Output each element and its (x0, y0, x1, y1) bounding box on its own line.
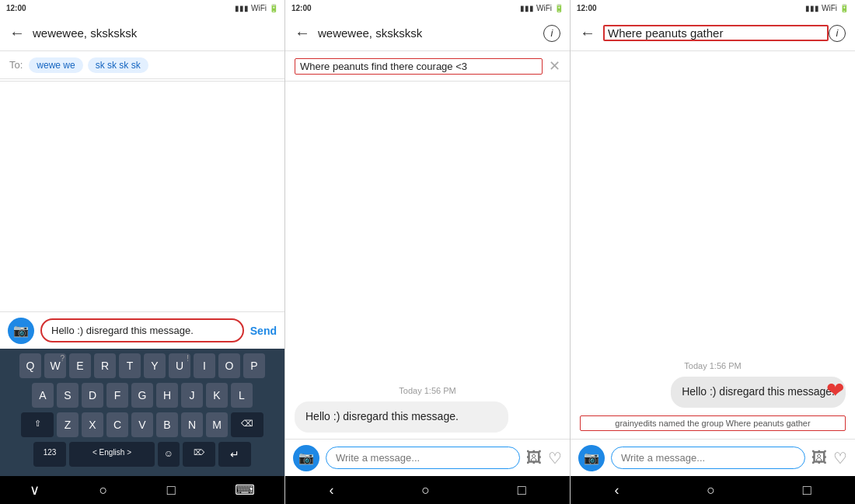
key-x[interactable]: X (82, 412, 103, 437)
camera-button-1[interactable]: 📷 (8, 318, 34, 344)
message-date-3: Today 1:56 PM (571, 361, 855, 370)
keyboard-row-3: ⇧ Z X C V B N M ⌫ (3, 412, 281, 437)
key-r[interactable]: R (94, 353, 116, 378)
key-a[interactable]: A (32, 383, 54, 408)
back-button-2[interactable]: ← (295, 24, 310, 42)
group-name-close-btn[interactable]: ✕ (549, 57, 560, 75)
key-s[interactable]: S (57, 383, 79, 408)
signal-icon-2: ▮▮▮ (520, 4, 534, 12)
key-q[interactable]: Q (19, 353, 41, 378)
recipient-chip-2[interactable]: sk sk sk sk (88, 57, 148, 73)
nav-down-btn-1[interactable]: ∨ (20, 478, 49, 502)
messages-list-3: Today 1:56 PM Hello :) disregard this me… (571, 51, 855, 439)
input-bar-1: 📷 Send (0, 311, 284, 349)
image-icon-3[interactable]: 🖼 (811, 449, 827, 467)
key-y[interactable]: Y (144, 353, 166, 378)
message-date-2: Today 1:56 PM (285, 386, 570, 395)
nav-back-btn-2[interactable]: ‹ (319, 479, 343, 502)
nav-home-btn-1[interactable]: ○ (89, 479, 117, 502)
keyboard-row-4: 123 < English > ☺ ⌦ ↵ (3, 442, 281, 467)
nav-recents-btn-3[interactable]: □ (794, 479, 821, 502)
key-v[interactable]: V (131, 412, 153, 437)
message-area-3: Today 1:56 PM Hello :) disregard this me… (571, 51, 855, 439)
nav-back-btn-3[interactable]: ‹ (605, 479, 628, 502)
back-button-3[interactable]: ← (580, 24, 595, 42)
signal-icon-3: ▮▮▮ (805, 4, 819, 12)
heart-icon-2[interactable]: ♡ (548, 449, 562, 468)
key-j[interactable]: J (181, 383, 203, 408)
input-bar-2: 📷 🖼 ♡ (285, 439, 570, 476)
key-shift[interactable]: ⇧ (21, 412, 54, 437)
key-backspace[interactable]: ⌫ (231, 412, 263, 437)
key-language[interactable]: < English > (69, 442, 155, 467)
system-nav-1: ∨ ○ □ ⌨ (0, 476, 284, 504)
key-l[interactable]: L (231, 383, 253, 408)
key-z[interactable]: Z (57, 412, 79, 437)
send-button-1[interactable]: Send (250, 325, 277, 337)
heart-reaction: ❤ (826, 377, 844, 403)
input-bar-3: 📷 🖼 ♡ (571, 439, 855, 476)
key-n[interactable]: N (181, 412, 203, 437)
status-bar-1: 12:00 ▮▮▮ WiFi 🔋 (0, 0, 284, 16)
key-b[interactable]: B (156, 412, 178, 437)
message-input-3[interactable] (611, 447, 805, 469)
messages-list-2: Today 1:56 PM Hello :) disregard this me… (285, 82, 570, 439)
to-bar: To: wewe we sk sk sk sk (0, 51, 284, 79)
info-button-3[interactable]: i (829, 25, 846, 42)
key-u[interactable]: U! (169, 353, 190, 378)
nav-recents-btn-1[interactable]: □ (158, 479, 185, 502)
nav-home-btn-2[interactable]: ○ (412, 479, 439, 502)
key-m[interactable]: M (206, 412, 228, 437)
nav-bar-1: ← wewewee, sksksksk (0, 16, 284, 51)
key-h[interactable]: H (156, 383, 178, 408)
key-t[interactable]: T (119, 353, 141, 378)
key-p[interactable]: P (243, 353, 265, 378)
status-icons-1: ▮▮▮ WiFi 🔋 (235, 4, 278, 12)
key-g[interactable]: G (131, 383, 153, 408)
key-c[interactable]: C (106, 412, 128, 437)
nav-title-3: Where peanuts gather (603, 25, 829, 41)
key-e[interactable]: E (69, 353, 91, 378)
status-bar-3: 12:00 ▮▮▮ WiFi 🔋 (571, 0, 855, 16)
group-name-text: Where peanuts find there courage <3 (295, 58, 543, 75)
status-time-3: 12:00 (577, 4, 597, 12)
key-123[interactable]: 123 (33, 442, 66, 467)
system-nav-3: ‹ ○ □ (571, 476, 855, 504)
info-button-2[interactable]: i (543, 25, 560, 42)
keyboard-1: Q W? E R T Y U! I O P A S D F G H J K L (0, 349, 284, 476)
key-o[interactable]: O (218, 353, 240, 378)
back-button-1[interactable]: ← (9, 24, 25, 42)
image-icon-2[interactable]: 🖼 (526, 449, 542, 467)
message-input-1[interactable] (40, 318, 244, 342)
camera-button-3[interactable]: 📷 (578, 445, 605, 471)
status-icons-3: ▮▮▮ WiFi 🔋 (805, 4, 849, 12)
nav-keyboard-btn-1[interactable]: ⌨ (225, 478, 264, 502)
to-label: To: (9, 59, 23, 71)
key-i[interactable]: I (194, 353, 215, 378)
status-time-1: 12:00 (6, 4, 26, 12)
key-w[interactable]: W? (44, 353, 66, 378)
wifi-icon-2: WiFi (536, 4, 552, 12)
camera-button-2[interactable]: 📷 (293, 445, 319, 471)
screen-2: 12:00 ▮▮▮ WiFi 🔋 ← wewewee, sksksksk i W… (285, 0, 571, 504)
message-bubble-2: Hello :) disregard this message. (295, 401, 508, 433)
message-area-1 (0, 83, 284, 311)
rename-notice: grainyedits named the group Where peanut… (580, 415, 846, 431)
key-f[interactable]: F (106, 383, 128, 408)
message-input-2[interactable] (326, 447, 520, 469)
key-enter[interactable]: ↵ (218, 442, 251, 467)
wifi-icon-1: WiFi (251, 4, 267, 12)
wifi-icon-3: WiFi (822, 4, 837, 12)
nav-title-1: wewewee, sksksksk (33, 26, 275, 40)
battery-icon-3: 🔋 (839, 4, 849, 12)
key-k[interactable]: K (206, 383, 228, 408)
key-emoji[interactable]: ☺ (158, 442, 180, 467)
key-d[interactable]: D (82, 383, 103, 408)
key-delete[interactable]: ⌦ (183, 442, 215, 467)
nav-recents-btn-2[interactable]: □ (508, 479, 536, 502)
battery-icon-1: 🔋 (269, 4, 278, 12)
heart-icon-3[interactable]: ♡ (833, 449, 847, 468)
screen-3: 12:00 ▮▮▮ WiFi 🔋 ← Where peanuts gather … (571, 0, 855, 504)
recipient-chip-1[interactable]: wewe we (29, 57, 82, 73)
nav-home-btn-3[interactable]: ○ (697, 479, 724, 502)
